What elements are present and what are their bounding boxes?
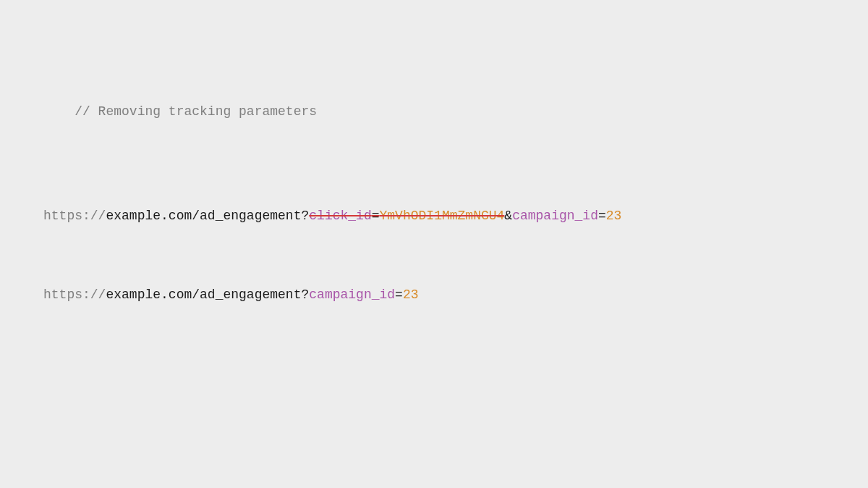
url-line-after: https://example.com/ad_engagement?campai…: [43, 285, 825, 305]
ampersand: &: [504, 209, 512, 223]
protocol: https://: [43, 287, 106, 302]
code-block: // Removing tracking parameters https://…: [43, 43, 825, 345]
domain-path: example.com/ad_engagement?: [106, 209, 309, 223]
struck-equals: =: [372, 209, 380, 223]
param-name: campaign_id: [512, 209, 598, 223]
equals: =: [598, 209, 606, 223]
protocol: https://: [43, 209, 106, 223]
struck-param-name: click_id: [309, 209, 371, 223]
comment-text: // Removing tracking parameters: [75, 104, 317, 119]
struck-segment: click_id=YmVhODI1MmZmNGU4: [309, 209, 504, 223]
domain-path: example.com/ad_engagement?: [106, 287, 309, 302]
param-value: 23: [606, 209, 622, 223]
struck-param-value: YmVhODI1MmZmNGU4: [380, 209, 505, 223]
param-name: campaign_id: [309, 287, 395, 302]
comment-line: // Removing tracking parameters: [43, 83, 825, 141]
param-value: 23: [403, 287, 419, 302]
equals: =: [395, 287, 403, 302]
url-line-before: https://example.com/ad_engagement?click_…: [43, 206, 825, 226]
